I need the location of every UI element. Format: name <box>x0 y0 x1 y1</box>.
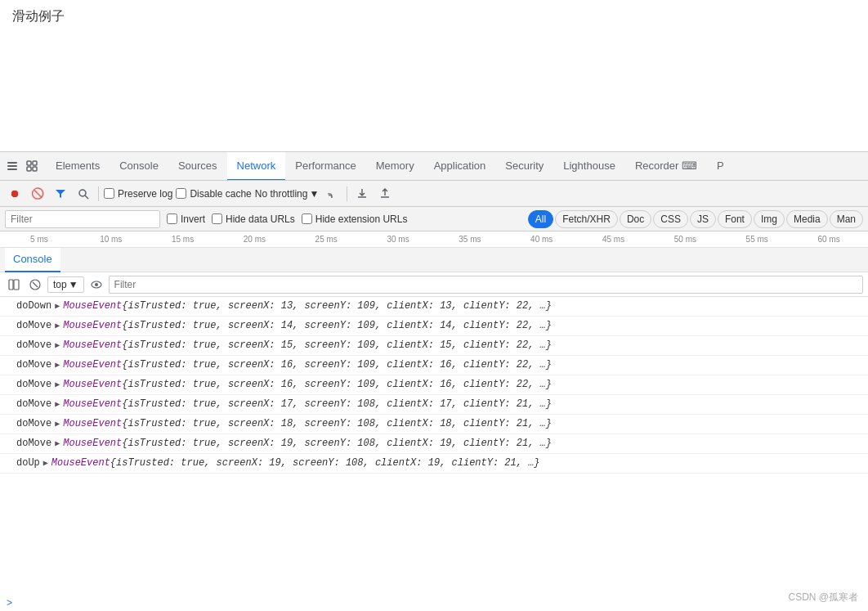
expand-arrow-icon[interactable]: ▶ <box>55 437 60 452</box>
console-row: doDown ▶ MouseEvent {isTrusted: true, sc… <box>0 297 868 317</box>
console-row: doMove ▶ MouseEvent {isTrusted: true, sc… <box>0 356 868 375</box>
filter-btn-all[interactable]: All <box>528 210 553 228</box>
clear-icon[interactable]: 🚫 <box>28 184 47 204</box>
event-detail: {isTrusted: true, screenX: 13, screenY: … <box>122 299 552 313</box>
expand-arrow-icon[interactable]: ▶ <box>43 456 48 471</box>
tab-application[interactable]: Application <box>424 152 496 181</box>
expand-arrow-icon[interactable]: ▶ <box>55 299 60 314</box>
console-row: doMove ▶ MouseEvent {isTrusted: true, sc… <box>0 395 868 415</box>
tab-performance[interactable]: Performance <box>285 152 365 181</box>
event-detail: {isTrusted: true, screenX: 16, screenY: … <box>122 377 552 392</box>
import-har-icon[interactable] <box>375 184 395 204</box>
console-tab-active[interactable]: Console <box>5 248 60 272</box>
console-toolbar: top ▼ <box>0 272 868 297</box>
filter-btn-css[interactable]: CSS <box>653 210 688 228</box>
tab-elements[interactable]: Elements <box>46 152 110 181</box>
tab-security[interactable]: Security <box>495 152 553 181</box>
record-stop-icon[interactable]: ⏺ <box>5 184 25 204</box>
context-chevron-icon: ▼ <box>69 279 78 290</box>
preserve-log-checkbox-label[interactable]: Preserve log <box>104 188 172 200</box>
tab-more[interactable]: P <box>707 152 734 181</box>
filter-btn-manifest[interactable]: Man <box>830 210 863 228</box>
expand-arrow-icon[interactable]: ▶ <box>55 358 60 373</box>
timeline-bar: 5 ms 10 ms 15 ms 20 ms 25 ms 30 ms 35 ms… <box>0 231 868 248</box>
invert-checkbox[interactable] <box>167 213 177 224</box>
filter-btn-media[interactable]: Media <box>786 210 828 228</box>
page-title: 滑动例子 <box>12 8 65 25</box>
tab-lighthouse[interactable]: Lighthouse <box>553 152 625 181</box>
tick-11: 55 ms <box>721 235 793 244</box>
filter-btn-font[interactable]: Font <box>718 210 752 228</box>
console-section: Console top ▼ doDown ▶ MouseEvent {isTru… <box>0 248 868 611</box>
tick-6: 30 ms <box>362 235 434 244</box>
event-detail: {isTrusted: true, screenX: 15, screenY: … <box>122 338 552 353</box>
wifi-icon[interactable] <box>322 184 342 204</box>
console-row: doUp ▶ MouseEvent {isTrusted: true, scre… <box>0 454 868 474</box>
expand-arrow-icon[interactable]: ▶ <box>55 398 60 412</box>
tab-console[interactable]: Console <box>110 152 168 181</box>
inspect-icon[interactable] <box>23 157 41 175</box>
console-row: doMove ▶ MouseEvent {isTrusted: true, sc… <box>0 375 868 395</box>
filter-btn-fetch-xhr[interactable]: Fetch/XHR <box>555 210 618 228</box>
tab-sources[interactable]: Sources <box>168 152 227 181</box>
expand-arrow-icon[interactable]: ▶ <box>55 339 60 353</box>
event-type: MouseEvent <box>63 397 122 411</box>
filter-btn-js[interactable]: JS <box>690 210 716 228</box>
tab-network[interactable]: Network <box>227 152 286 181</box>
event-type: MouseEvent <box>63 416 122 431</box>
filter-btn-doc[interactable]: Doc <box>620 210 651 228</box>
event-name: doMove <box>16 377 51 392</box>
filter-icon[interactable] <box>51 184 70 204</box>
throttle-dropdown[interactable]: No throttling ▼ <box>255 188 320 200</box>
prompt-arrow-icon: > <box>7 598 12 609</box>
hide-data-urls-checkbox-label[interactable]: Hide data URLs <box>212 213 295 225</box>
context-dropdown[interactable]: top ▼ <box>47 276 84 293</box>
console-filter-input[interactable] <box>109 276 863 294</box>
preserve-log-checkbox[interactable] <box>104 188 114 199</box>
event-name: doMove <box>16 357 51 372</box>
svg-rect-5 <box>27 167 31 171</box>
svg-line-13 <box>33 282 38 287</box>
network-filter-input[interactable] <box>5 210 160 228</box>
svg-rect-0 <box>7 162 17 164</box>
event-name: doMove <box>16 416 51 431</box>
disable-cache-checkbox[interactable] <box>176 188 186 199</box>
svg-rect-10 <box>9 280 13 290</box>
expand-arrow-icon[interactable]: ▶ <box>55 417 60 432</box>
expand-arrow-icon[interactable]: ▶ <box>55 378 60 393</box>
console-sidebar-icon[interactable] <box>5 276 23 294</box>
event-name: doUp <box>16 456 40 470</box>
tick-10: 50 ms <box>649 235 721 244</box>
console-clear-icon[interactable] <box>26 276 44 294</box>
svg-point-7 <box>79 190 86 196</box>
hide-ext-urls-checkbox-label[interactable]: Hide extension URLs <box>302 213 408 225</box>
hide-ext-urls-checkbox[interactable] <box>302 213 312 224</box>
console-output[interactable]: doDown ▶ MouseEvent {isTrusted: true, sc… <box>0 297 868 596</box>
tick-5: 25 ms <box>290 235 362 244</box>
event-type: MouseEvent <box>63 357 122 372</box>
filter-btn-img[interactable]: Img <box>754 210 785 228</box>
devtools-menu-icon[interactable] <box>3 157 21 175</box>
svg-rect-3 <box>27 161 31 165</box>
tab-recorder[interactable]: Recorder ⌨ <box>625 152 707 181</box>
tab-bar-icons <box>3 157 46 175</box>
search-icon[interactable] <box>74 184 93 204</box>
expand-arrow-icon[interactable]: ▶ <box>55 319 60 334</box>
devtools-tab-bar: Elements Console Sources Network Perform… <box>0 152 868 181</box>
eye-icon[interactable] <box>87 276 105 294</box>
invert-checkbox-label[interactable]: Invert <box>167 213 205 225</box>
console-row: doMove ▶ MouseEvent {isTrusted: true, sc… <box>0 336 868 356</box>
export-har-icon[interactable] <box>352 184 372 204</box>
svg-rect-1 <box>7 165 17 167</box>
svg-point-15 <box>95 283 98 286</box>
toolbar-separator-1 <box>98 186 99 201</box>
tick-9: 45 ms <box>578 235 650 244</box>
event-type: MouseEvent <box>63 318 122 333</box>
disable-cache-checkbox-label[interactable]: Disable cache <box>176 188 251 200</box>
filter-type-buttons: All Fetch/XHR Doc CSS JS Font Img Media … <box>528 210 863 228</box>
page-content: 滑动例子 <box>0 0 868 151</box>
tab-memory[interactable]: Memory <box>366 152 424 181</box>
hide-data-urls-checkbox[interactable] <box>212 213 222 224</box>
tick-2: 10 ms <box>75 235 147 244</box>
event-name: doMove <box>16 397 51 411</box>
